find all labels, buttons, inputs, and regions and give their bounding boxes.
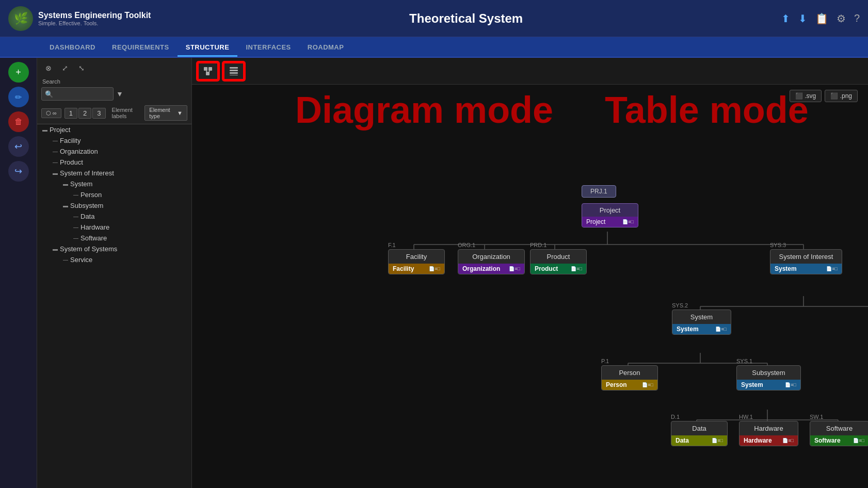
- tree-item-software[interactable]: — Software: [37, 233, 191, 243]
- tree-label-sos: System of Systems: [59, 245, 117, 253]
- header-actions: ⬆ ⬇ 📋 ⚙ ?: [781, 12, 860, 25]
- diagram-toolbar: [192, 58, 868, 85]
- upload-icon[interactable]: ⬆: [781, 12, 790, 25]
- svg-rect-8: [230, 75, 238, 75]
- tab-structure[interactable]: STRUCTURE: [178, 39, 238, 57]
- tree-item-organization[interactable]: — Organization: [37, 146, 191, 157]
- export-svg-button[interactable]: ⬛ .svg: [790, 90, 822, 102]
- export-png-button[interactable]: ⬛ .png: [825, 90, 858, 102]
- tree-item-project[interactable]: ▬ Project: [37, 124, 191, 135]
- depth-1-button[interactable]: 1: [65, 108, 77, 119]
- svg-line-4: [209, 71, 210, 72]
- diagram-area: Diagram mode Table mode ⬛ .svg ⬛ .png: [192, 58, 868, 488]
- node-facility[interactable]: F.1 Facility Facility📄≡□: [388, 242, 445, 274]
- add-button[interactable]: +: [8, 62, 29, 83]
- tree-label-system: System: [69, 180, 92, 188]
- expander-icon: —: [62, 257, 69, 263]
- expander-icon: ▬: [62, 203, 69, 208]
- expander-icon: ▬: [52, 246, 59, 252]
- table-mode-button[interactable]: [223, 62, 245, 80]
- export-buttons: ⬛ .svg ⬛ .png: [790, 90, 858, 102]
- app-name: Systems Engineering Toolkit: [38, 11, 151, 20]
- tree-item-person[interactable]: — Person: [37, 189, 191, 200]
- node-organization[interactable]: ORG.1 Organization Organization📄≡□: [458, 242, 525, 274]
- element-type-dropdown[interactable]: Element type ▼: [144, 105, 187, 121]
- diagram-canvas: PRJ.1 Project Project 📄≡□ F.1 Facility F…: [192, 85, 868, 488]
- delete-button[interactable]: 🗑: [8, 111, 29, 132]
- search-input[interactable]: [53, 90, 110, 97]
- tree-list: ▬ Project — Facility — Organization — Pr…: [37, 124, 191, 265]
- redo-button[interactable]: ↪: [8, 161, 29, 182]
- expander-icon: ▬: [52, 170, 59, 176]
- node-subsystem[interactable]: SYS.1 Subsystem System📄≡□: [736, 358, 801, 391]
- tree-label-soi: System of Interest: [59, 169, 114, 177]
- element-labels-text: Element labels: [112, 107, 143, 119]
- expander-icon: —: [52, 138, 59, 143]
- page-title: Theoretical System: [151, 11, 781, 26]
- tree-item-product[interactable]: — Product: [37, 157, 191, 168]
- expander-icon: ▬: [41, 127, 49, 133]
- expand-icon[interactable]: ⤢: [58, 61, 72, 75]
- tree-item-facility[interactable]: — Facility: [37, 135, 191, 146]
- expander-icon: —: [52, 159, 59, 165]
- tab-interfaces[interactable]: INTERFACES: [237, 39, 299, 57]
- node-project[interactable]: Project Project 📄≡□: [582, 203, 638, 227]
- expander-icon: —: [72, 192, 79, 198]
- node-person[interactable]: P.1 Person Person📄≡□: [601, 358, 658, 391]
- settings-icon[interactable]: ⚙: [837, 12, 846, 25]
- element-type-label: Element type: [149, 107, 175, 119]
- svg-line-3: [206, 71, 207, 72]
- tree-label-facility: Facility: [59, 137, 81, 144]
- tree-label-software: Software: [79, 234, 107, 242]
- tree-label-project: Project: [49, 126, 70, 134]
- node-soi[interactable]: SYS.3 System of Interest System📄≡□: [770, 242, 842, 274]
- tree-label-person: Person: [79, 191, 102, 199]
- tree-item-sos[interactable]: ▬ System of Systems: [37, 243, 191, 254]
- tree-item-hardware[interactable]: — Hardware: [37, 222, 191, 233]
- svg-rect-1: [208, 67, 212, 71]
- tree-toolbar: ⊗ ⤢ ⤡ Search 🔍 ▼ ⬡∞ 1: [37, 58, 191, 124]
- tree-item-subsystem[interactable]: ▬ Subsystem: [37, 200, 191, 211]
- search-dropdown-icon[interactable]: ▼: [116, 87, 124, 101]
- tree-label-organization: Organization: [59, 148, 98, 155]
- app-tagline: Simple. Effective. Tools.: [38, 20, 151, 26]
- header: 🌿 Systems Engineering Toolkit Simple. Ef…: [0, 0, 868, 37]
- expander-icon: —: [72, 235, 79, 241]
- search-label: Search: [41, 78, 187, 85]
- tree-item-soi[interactable]: ▬ System of Interest: [37, 168, 191, 178]
- tab-roadmap[interactable]: ROADMAP: [299, 39, 352, 57]
- download-icon[interactable]: ⬇: [798, 12, 807, 25]
- collapse-icon[interactable]: ⤡: [74, 61, 89, 75]
- node-data[interactable]: D.1 Data Data📄≡□: [671, 414, 728, 446]
- expander-icon: —: [52, 149, 59, 154]
- search-input-wrap[interactable]: 🔍: [41, 87, 114, 101]
- tree-item-service[interactable]: — Service: [37, 254, 191, 265]
- tab-requirements[interactable]: REQUIREMENTS: [104, 39, 178, 57]
- depth-2-button[interactable]: 2: [78, 108, 91, 119]
- expander-icon: —: [72, 224, 79, 230]
- tree-panel: ⊗ ⤢ ⤡ Search 🔍 ▼ ⬡∞ 1: [37, 58, 192, 488]
- node-product[interactable]: PRD.1 Product Product📄≡□: [530, 242, 587, 274]
- node-system[interactable]: SYS.2 System System📄≡□: [672, 302, 731, 335]
- nav-tabs: DASHBOARD REQUIREMENTS STRUCTURE INTERFA…: [0, 37, 868, 58]
- chevron-down-icon: ▼: [177, 110, 183, 116]
- element-labels-area: Element labels Element type ▼: [112, 105, 187, 121]
- svg-rect-5: [230, 67, 238, 69]
- undo-button[interactable]: ↩: [8, 136, 29, 157]
- close-icon[interactable]: ⊗: [41, 61, 56, 75]
- help-icon[interactable]: ?: [854, 12, 860, 24]
- copy-icon[interactable]: 📋: [815, 12, 828, 25]
- edit-button[interactable]: ✏: [8, 87, 29, 107]
- tab-dashboard[interactable]: DASHBOARD: [41, 39, 104, 57]
- diagram-mode-button[interactable]: [197, 62, 219, 80]
- tree-item-data[interactable]: — Data: [37, 211, 191, 222]
- tree-item-system[interactable]: ▬ System: [37, 178, 191, 189]
- logo-area: 🌿 Systems Engineering Toolkit Simple. Ef…: [8, 6, 151, 31]
- node-software[interactable]: SW.1 Software Software📄≡□: [810, 414, 868, 446]
- depth-3-button[interactable]: 3: [92, 108, 105, 119]
- logo-text: Systems Engineering Toolkit Simple. Effe…: [38, 11, 151, 26]
- layer-button[interactable]: ⬡∞: [41, 108, 61, 118]
- node-hardware[interactable]: HW.1 Hardware Hardware📄≡□: [739, 414, 798, 446]
- sidebar-tools: + ✏ 🗑 ↩ ↪: [0, 58, 37, 488]
- tree-label-service: Service: [69, 256, 92, 264]
